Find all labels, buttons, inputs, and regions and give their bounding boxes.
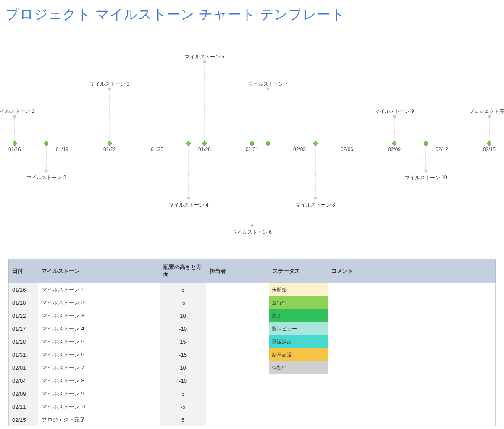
cell-milestone[interactable]: マイルストーン 1 (38, 283, 160, 296)
table-row: 02/15プロジェクト完了5 (9, 413, 496, 426)
table-row: 01/28マイルストーン 515承認済み (9, 335, 496, 348)
milestone-marker (313, 141, 318, 146)
cell-height[interactable]: -15 (160, 348, 206, 361)
cell-status[interactable]: 未開始 (269, 283, 328, 296)
milestone-label: マイルストーン 2 (26, 174, 66, 181)
cell-comment[interactable] (328, 322, 496, 335)
cell-status[interactable] (269, 374, 328, 387)
milestone-end-dot (108, 88, 111, 91)
table-row: 01/22マイルストーン 310完了 (9, 309, 496, 322)
milestone-marker (186, 141, 191, 146)
cell-assignee[interactable] (206, 387, 269, 400)
cell-status[interactable]: 進行中 (269, 296, 328, 309)
cell-date[interactable]: 01/18 (9, 296, 38, 309)
cell-assignee[interactable] (206, 296, 269, 309)
cell-assignee[interactable] (206, 309, 269, 322)
cell-milestone[interactable]: マイルストーン 8 (38, 374, 160, 387)
milestone-end-dot (488, 115, 491, 118)
cell-date[interactable]: 01/16 (9, 283, 38, 296)
cell-height[interactable]: -10 (160, 374, 206, 387)
milestone-table: 日付 マイルストーン 配置の高さと方向 担当者 ステータス コメント 01/16… (8, 259, 496, 426)
status-badge: 承認済み (269, 335, 328, 348)
cell-comment[interactable] (328, 283, 496, 296)
cell-milestone[interactable]: マイルストーン 7 (38, 361, 160, 374)
status-badge: 期日超過 (269, 348, 328, 361)
cell-assignee[interactable] (206, 374, 269, 387)
cell-status[interactable] (269, 413, 328, 426)
cell-assignee[interactable] (206, 400, 269, 413)
milestone-label: マイルストーン 6 (232, 229, 272, 236)
cell-comment[interactable] (328, 335, 496, 348)
cell-date[interactable]: 02/15 (9, 413, 38, 426)
cell-assignee[interactable] (206, 413, 269, 426)
milestone-marker (13, 141, 17, 146)
cell-date[interactable]: 01/22 (9, 309, 38, 322)
page-title: プロジェクト マイルストーン チャート テンプレート (5, 5, 499, 24)
cell-milestone[interactable]: プロジェクト完了 (38, 413, 160, 426)
cell-comment[interactable] (328, 374, 496, 387)
cell-comment[interactable] (328, 348, 496, 361)
axis-tick: 02/09 (388, 146, 401, 152)
status-badge: 保留中 (269, 361, 328, 374)
milestone-marker (108, 141, 112, 146)
cell-date[interactable]: 01/28 (9, 335, 38, 348)
col-header-status: ステータス (269, 259, 328, 283)
table-row: 01/18マイルストーン 2-5進行中 (9, 296, 496, 309)
milestone-label: マイルストーン 3 (90, 81, 129, 88)
cell-date[interactable]: 02/09 (9, 387, 38, 400)
cell-status[interactable]: 保留中 (269, 361, 328, 374)
cell-status[interactable]: 完了 (269, 309, 328, 322)
cell-height[interactable]: 10 (160, 309, 206, 322)
milestone-stem (426, 144, 426, 171)
cell-comment[interactable] (328, 387, 496, 400)
cell-date[interactable]: 02/04 (9, 374, 38, 387)
cell-comment[interactable] (328, 413, 496, 426)
cell-status[interactable] (269, 400, 328, 413)
cell-milestone[interactable]: マイルストーン 6 (38, 348, 160, 361)
cell-comment[interactable] (328, 400, 496, 413)
cell-height[interactable]: 5 (160, 413, 206, 426)
cell-date[interactable]: 02/01 (9, 361, 38, 374)
cell-status[interactable]: 承認済み (269, 335, 328, 348)
cell-height[interactable]: 5 (160, 387, 206, 400)
cell-height[interactable]: -5 (160, 400, 206, 413)
cell-comment[interactable] (328, 361, 496, 374)
cell-status[interactable]: 要レビュー (269, 322, 328, 335)
axis-tick: 02/06 (341, 146, 353, 152)
milestone-marker (266, 141, 270, 146)
cell-date[interactable]: 02/11 (9, 400, 38, 413)
cell-milestone[interactable]: マイルストーン 10 (38, 400, 160, 413)
milestone-marker (202, 141, 207, 146)
table-row: 01/31マイルストーン 6-15期日超過 (9, 348, 496, 361)
milestone-stem (489, 116, 490, 144)
cell-comment[interactable] (328, 296, 496, 309)
cell-assignee[interactable] (206, 348, 269, 361)
cell-height[interactable]: 10 (160, 361, 206, 374)
milestone-stem (252, 144, 252, 225)
cell-milestone[interactable]: マイルストーン 9 (38, 387, 160, 400)
cell-milestone[interactable]: マイルストーン 3 (38, 309, 160, 322)
axis-tick: 02/03 (293, 146, 306, 152)
cell-date[interactable]: 01/31 (9, 348, 38, 361)
cell-date[interactable]: 01/27 (9, 322, 38, 335)
col-header-assignee: 担当者 (206, 259, 269, 283)
cell-height[interactable]: -10 (160, 322, 206, 335)
cell-height[interactable]: 5 (160, 283, 206, 296)
cell-milestone[interactable]: マイルストーン 4 (38, 322, 160, 335)
milestone-end-dot (187, 197, 190, 200)
cell-status[interactable]: 期日超過 (269, 348, 328, 361)
cell-height[interactable]: 15 (160, 335, 206, 348)
table-row: 02/11マイルストーン 10-5 (9, 400, 496, 413)
cell-assignee[interactable] (206, 283, 269, 296)
cell-assignee[interactable] (206, 322, 269, 335)
milestone-label: マイルストーン 8 (296, 201, 335, 209)
cell-assignee[interactable] (206, 335, 269, 348)
cell-assignee[interactable] (206, 361, 269, 374)
milestone-end-dot (314, 197, 317, 200)
cell-comment[interactable] (328, 309, 496, 322)
cell-milestone[interactable]: マイルストーン 5 (38, 335, 160, 348)
table-row: 01/16マイルストーン 15未開始 (9, 283, 496, 296)
cell-status[interactable] (269, 387, 328, 400)
cell-milestone[interactable]: マイルストーン 2 (38, 296, 160, 309)
cell-height[interactable]: -5 (160, 296, 206, 309)
